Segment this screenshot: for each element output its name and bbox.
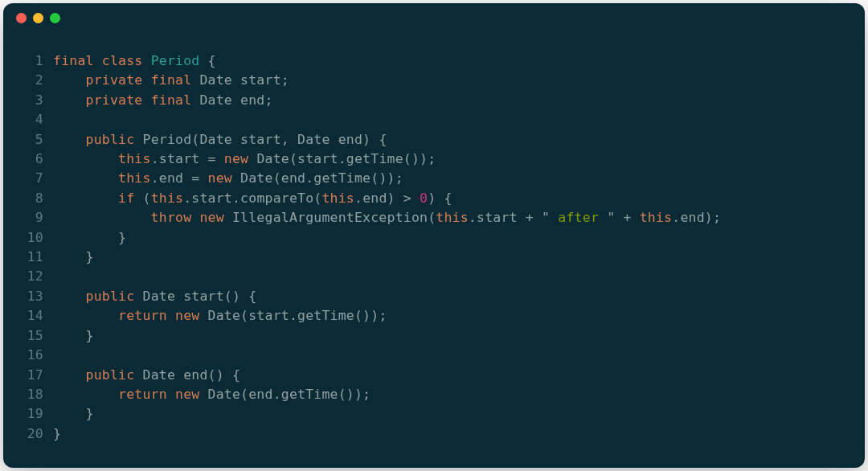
line-number: 15 — [18, 326, 43, 346]
code-line: 20} — [18, 424, 850, 444]
code-content: } — [53, 424, 61, 444]
line-number: 17 — [18, 366, 43, 385]
code-content: this.start = new Date(start.getTime()); — [53, 149, 436, 169]
maximize-icon[interactable] — [50, 13, 60, 23]
code-content: private final Date end; — [53, 91, 273, 110]
code-content — [53, 346, 61, 365]
code-line: 8 if (this.start.compareTo(this.end) > 0… — [18, 189, 850, 208]
line-number: 11 — [18, 248, 43, 267]
code-line: 11 } — [18, 248, 850, 267]
code-line: 17 public Date end() { — [18, 366, 850, 385]
line-number: 13 — [18, 287, 43, 306]
line-number: 2 — [18, 71, 43, 90]
line-number: 20 — [18, 424, 43, 444]
code-line: 10 } — [18, 228, 850, 248]
line-number: 7 — [18, 169, 43, 188]
code-content: public Period(Date start, Date end) { — [53, 130, 387, 149]
code-line: 15 } — [18, 326, 850, 346]
code-line: 4 — [18, 110, 850, 129]
code-line: 16 — [18, 346, 850, 365]
minimize-icon[interactable] — [33, 13, 43, 23]
titlebar — [3, 3, 865, 32]
code-content: } — [53, 228, 126, 248]
line-number: 16 — [18, 346, 43, 365]
code-content: private final Date start; — [53, 71, 289, 90]
code-line: 2 private final Date start; — [18, 71, 850, 90]
code-content: } — [53, 326, 94, 346]
line-number: 18 — [18, 385, 43, 404]
line-number: 4 — [18, 110, 43, 129]
code-content: } — [53, 404, 94, 424]
code-line: 19 } — [18, 404, 850, 424]
code-editor[interactable]: 1final class Period {2 private final Dat… — [3, 32, 865, 458]
code-line: 14 return new Date(start.getTime()); — [18, 306, 850, 326]
line-number: 3 — [18, 91, 43, 110]
line-number: 9 — [18, 208, 43, 227]
line-number: 19 — [18, 404, 43, 424]
code-line: 9 throw new IllegalArgumentException(thi… — [18, 208, 850, 227]
code-line: 18 return new Date(end.getTime()); — [18, 385, 850, 404]
line-number: 8 — [18, 189, 43, 208]
code-content: this.end = new Date(end.getTime()); — [53, 169, 403, 188]
line-number: 12 — [18, 267, 43, 286]
line-number: 1 — [18, 51, 43, 71]
code-line: 7 this.end = new Date(end.getTime()); — [18, 169, 850, 188]
code-content: } — [53, 248, 94, 267]
code-content: return new Date(end.getTime()); — [53, 385, 371, 404]
close-icon[interactable] — [16, 13, 27, 23]
code-content: final class Period { — [53, 51, 216, 71]
line-number: 6 — [18, 149, 43, 169]
code-content: if (this.start.compareTo(this.end) > 0) … — [53, 189, 452, 208]
code-content: return new Date(start.getTime()); — [53, 306, 387, 326]
code-line: 3 private final Date end; — [18, 91, 850, 110]
code-content: public Date start() { — [53, 287, 256, 306]
code-content — [53, 110, 61, 129]
code-content: public Date end() { — [53, 366, 240, 385]
code-line: 13 public Date start() { — [18, 287, 850, 306]
line-number: 14 — [18, 306, 43, 326]
code-line: 12 — [18, 267, 850, 286]
code-line: 5 public Period(Date start, Date end) { — [18, 130, 850, 149]
code-content — [53, 267, 61, 286]
code-window: 1final class Period {2 private final Dat… — [3, 3, 865, 468]
line-number: 5 — [18, 130, 43, 149]
code-line: 6 this.start = new Date(start.getTime())… — [18, 149, 850, 169]
code-line: 1final class Period { — [18, 51, 850, 71]
code-content: throw new IllegalArgumentException(this.… — [53, 208, 721, 227]
line-number: 10 — [18, 228, 43, 248]
